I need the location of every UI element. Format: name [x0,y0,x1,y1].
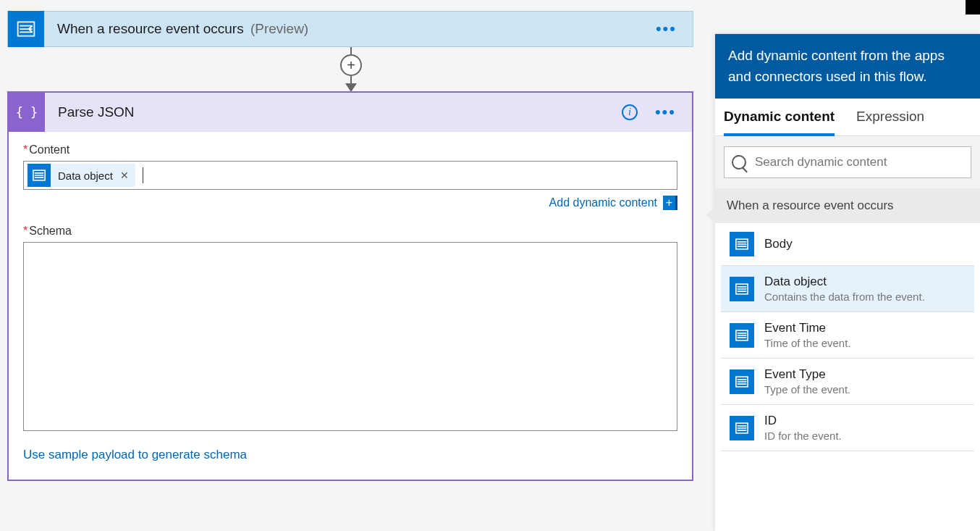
eventgrid-icon [730,369,754,394]
item-desc: ID for the event. [764,430,842,442]
eventgrid-icon [8,11,44,47]
item-desc: Type of the event. [764,383,850,396]
content-label: *Content [23,143,677,156]
connector: + [340,47,362,95]
search-box[interactable] [724,146,971,178]
dynamic-item-body[interactable]: Body [721,223,974,266]
tab-dynamic-content[interactable]: Dynamic content [724,109,835,136]
item-name: Body [764,237,793,251]
dynamic-items-list: Body Data object Contains the data from … [715,223,980,531]
add-dynamic-content-link[interactable]: Add dynamic content [549,196,657,209]
trigger-card[interactable]: When a resource event occurs (Preview) •… [7,11,693,47]
dynamic-item-id[interactable]: ID ID for the event. [721,405,974,451]
parse-json-card: { } Parse JSON i ••• *Content [7,91,693,481]
eventgrid-icon [28,164,51,187]
trigger-menu-button[interactable]: ••• [656,20,677,38]
insert-step-button[interactable]: + [340,54,362,76]
text-cursor [143,167,143,183]
json-icon: { } [9,93,45,132]
token-remove-button[interactable]: ✕ [120,170,129,181]
token-label: Data object [51,170,120,182]
content-input[interactable]: Data object ✕ [23,161,677,190]
tab-expression[interactable]: Expression [856,109,924,135]
dynamic-item-event-type[interactable]: Event Type Type of the event. [721,359,974,405]
dynamic-item-data-object[interactable]: Data object Contains the data from the e… [721,266,974,312]
panel-header: Add dynamic content from the apps and co… [715,34,980,99]
eventgrid-icon [730,232,754,256]
parse-menu-button[interactable]: ••• [655,103,676,122]
content-token-data-object[interactable]: Data object ✕ [27,164,135,187]
eventgrid-icon [730,416,754,440]
item-name: ID [764,414,842,428]
top-right-marker [966,0,980,14]
parse-json-header[interactable]: { } Parse JSON i ••• [9,93,692,132]
search-icon [732,155,746,170]
dynamic-item-event-time[interactable]: Event Time Time of the event. [721,312,974,359]
item-desc: Time of the event. [764,337,851,349]
connector-line [350,47,352,54]
section-header: When a resource event occurs [715,188,980,223]
item-name: Event Type [764,367,850,382]
use-sample-payload-link[interactable]: Use sample payload to generate schema [23,448,247,462]
schema-label: *Schema [23,225,677,238]
panel-pointer-icon [706,206,715,224]
item-name: Event Time [764,321,851,335]
dynamic-content-panel: Add dynamic content from the apps and co… [715,33,980,531]
item-desc: Contains the data from the event. [764,290,925,303]
eventgrid-icon [730,277,754,301]
search-input[interactable] [755,155,963,170]
connector-line [350,76,352,83]
schema-input[interactable] [23,242,677,431]
preview-tag: (Preview) [250,21,308,36]
info-icon[interactable]: i [622,104,638,120]
eventgrid-icon [730,323,754,348]
item-name: Data object [764,275,925,289]
panel-tabs: Dynamic content Expression [715,99,980,136]
parse-json-title: Parse JSON [58,104,135,120]
add-dynamic-content-plus-button[interactable]: + [663,196,677,210]
trigger-title: When a resource event occurs (Preview) [57,21,308,37]
